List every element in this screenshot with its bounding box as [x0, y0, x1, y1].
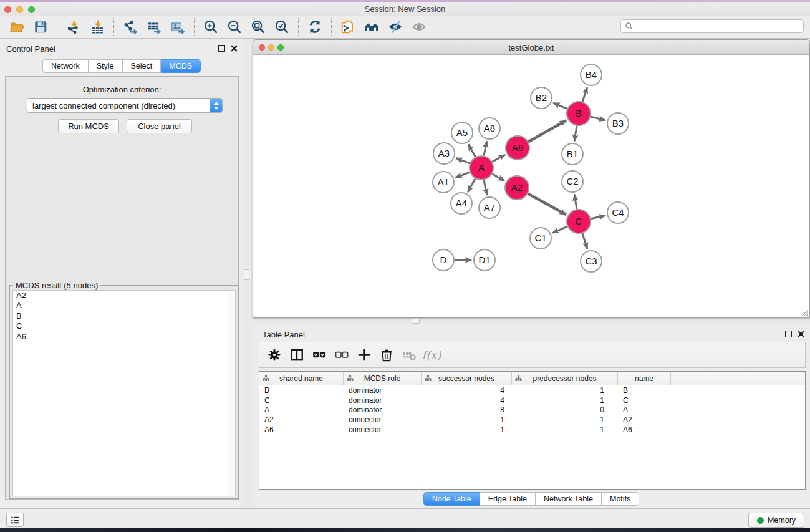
- table-row[interactable]: Cdominator41C: [259, 395, 805, 405]
- run-mcds-button[interactable]: Run MCDS: [58, 119, 119, 133]
- graph-edge-A-A5[interactable]: [468, 144, 475, 157]
- memory-button[interactable]: Memory: [748, 513, 804, 528]
- show-graphics-details-button[interactable]: [407, 17, 431, 37]
- close-panel-icon[interactable]: [230, 44, 238, 52]
- delete-table-button[interactable]: [399, 345, 419, 365]
- create-column-button[interactable]: [354, 345, 374, 365]
- graph-edge-B-B4[interactable]: [582, 87, 587, 102]
- graph-node-A[interactable]: A: [470, 156, 493, 180]
- table-row[interactable]: Bdominator41B: [259, 385, 805, 395]
- graph-node-C4[interactable]: C4: [607, 202, 629, 223]
- graph-node-D1[interactable]: D1: [474, 249, 495, 271]
- search-field[interactable]: [620, 19, 804, 33]
- graph-edge-A-A3[interactable]: [456, 158, 470, 163]
- refresh-view-button[interactable]: [303, 17, 327, 37]
- close-panel-button[interactable]: Close panel: [127, 119, 192, 133]
- graph-edge-A-A6[interactable]: [493, 155, 505, 162]
- column-header-MCDS-role[interactable]: MCDS role: [344, 372, 422, 385]
- table-row[interactable]: A6connector11A6: [259, 425, 805, 435]
- mcds-result-list[interactable]: A2ABCA6: [12, 290, 236, 496]
- graph-node-B1[interactable]: B1: [562, 143, 583, 165]
- graph-node-A8[interactable]: A8: [479, 118, 500, 139]
- column-header-predecessor-nodes[interactable]: predecessor nodes: [512, 372, 618, 385]
- graph-edge-A2-C[interactable]: [528, 194, 566, 215]
- mcds-result-item[interactable]: B: [13, 311, 235, 321]
- close-table-panel-icon[interactable]: [797, 330, 805, 338]
- float-table-panel-icon[interactable]: [785, 331, 792, 337]
- tab-style[interactable]: Style: [89, 59, 123, 73]
- tab-mcds[interactable]: MCDS: [161, 59, 201, 73]
- graph-edge-C-C2[interactable]: [574, 195, 577, 209]
- graph-edge-B-B2[interactable]: [553, 103, 567, 109]
- column-header-shared-name[interactable]: shared name: [259, 372, 344, 385]
- window-resize-grip-icon[interactable]: [802, 310, 808, 316]
- tab-node-table[interactable]: Node Table: [423, 492, 480, 506]
- graph-node-B3[interactable]: B3: [607, 113, 629, 134]
- table-row[interactable]: Adominator80A: [259, 405, 805, 415]
- graph-edge-A-A2[interactable]: [492, 174, 504, 181]
- graph-node-D[interactable]: D: [433, 249, 454, 271]
- zoom-out-button[interactable]: [223, 17, 246, 37]
- open-session-button[interactable]: [5, 17, 29, 37]
- export-network-button[interactable]: [118, 17, 142, 37]
- function-builder-button[interactable]: f(x): [422, 345, 441, 365]
- graph-node-C3[interactable]: C3: [581, 251, 602, 272]
- table-settings-button[interactable]: [264, 345, 284, 365]
- graph-edge-C-C3[interactable]: [582, 233, 587, 249]
- graph-edge-C-C4[interactable]: [591, 216, 605, 219]
- table-row[interactable]: A2connector11A2: [259, 415, 805, 425]
- splitter-grip[interactable]: [244, 269, 249, 280]
- graph-node-C2[interactable]: C2: [562, 171, 583, 192]
- zoom-selected-button[interactable]: [270, 17, 294, 37]
- vertical-splitter[interactable]: [243, 39, 253, 508]
- graph-edge-A-A8[interactable]: [484, 142, 487, 156]
- tab-motifs[interactable]: Motifs: [602, 492, 639, 506]
- export-image-button[interactable]: [166, 17, 190, 37]
- task-history-button[interactable]: [6, 513, 24, 527]
- zoom-in-button[interactable]: [199, 17, 223, 37]
- graph-node-A4[interactable]: A4: [451, 193, 472, 214]
- criterion-dropdown[interactable]: largest connected component (directed): [27, 98, 223, 113]
- mcds-result-item[interactable]: A2: [13, 291, 235, 301]
- mcds-result-item[interactable]: A: [13, 301, 235, 311]
- graph-node-B[interactable]: B: [567, 102, 591, 125]
- zoom-fit-button[interactable]: [246, 17, 270, 37]
- graph-edge-B-B3[interactable]: [591, 117, 605, 120]
- hide-graphics-details-button[interactable]: [383, 17, 407, 37]
- graph-edge-A-A7[interactable]: [484, 180, 487, 195]
- mcds-result-item[interactable]: C: [13, 321, 235, 331]
- tab-select[interactable]: Select: [123, 59, 162, 73]
- graph-node-B4[interactable]: B4: [581, 64, 602, 85]
- graph-edge-A6-B[interactable]: [528, 120, 566, 142]
- graph-node-A2[interactable]: A2: [505, 176, 529, 200]
- delete-column-button[interactable]: [377, 345, 397, 365]
- import-network-button[interactable]: [62, 17, 85, 37]
- graph-node-A1[interactable]: A1: [433, 172, 454, 193]
- horizontal-splitter-grip[interactable]: [412, 319, 420, 324]
- graph-edge-B-B1[interactable]: [574, 126, 577, 141]
- save-session-button[interactable]: [29, 17, 52, 37]
- float-panel-icon[interactable]: [218, 45, 225, 52]
- graph-node-B2[interactable]: B2: [531, 87, 552, 109]
- first-neighbors-button[interactable]: [360, 17, 383, 37]
- graph-node-A3[interactable]: A3: [433, 143, 455, 164]
- network-canvas[interactable]: B4B2BB3A8A5A6A3B1AA1C2A2A4A7C4CC1C3DD1: [253, 55, 809, 317]
- import-table-button[interactable]: [85, 17, 109, 37]
- export-table-button[interactable]: [142, 17, 166, 37]
- tab-network[interactable]: Network: [42, 59, 89, 73]
- graph-node-C1[interactable]: C1: [530, 228, 551, 249]
- unselect-all-rows-button[interactable]: [332, 345, 352, 365]
- select-all-rows-button[interactable]: [309, 345, 329, 365]
- graph-node-A5[interactable]: A5: [451, 122, 473, 143]
- graph-node-A6[interactable]: A6: [506, 136, 529, 160]
- network-window-titlebar[interactable]: testGlobe.txt: [253, 40, 809, 55]
- column-header-successor-nodes[interactable]: successor nodes: [422, 372, 512, 385]
- graph-node-C[interactable]: C: [567, 210, 591, 233]
- graph-edge-C-C1[interactable]: [552, 226, 567, 233]
- search-input[interactable]: [634, 21, 803, 32]
- graph-edge-A-A1[interactable]: [456, 172, 470, 178]
- graph-edge-A-A4[interactable]: [468, 178, 475, 191]
- new-network-from-selection-button[interactable]: [336, 17, 360, 37]
- tab-network-table[interactable]: Network Table: [536, 492, 602, 506]
- result-list-scrollbar[interactable]: [228, 291, 235, 496]
